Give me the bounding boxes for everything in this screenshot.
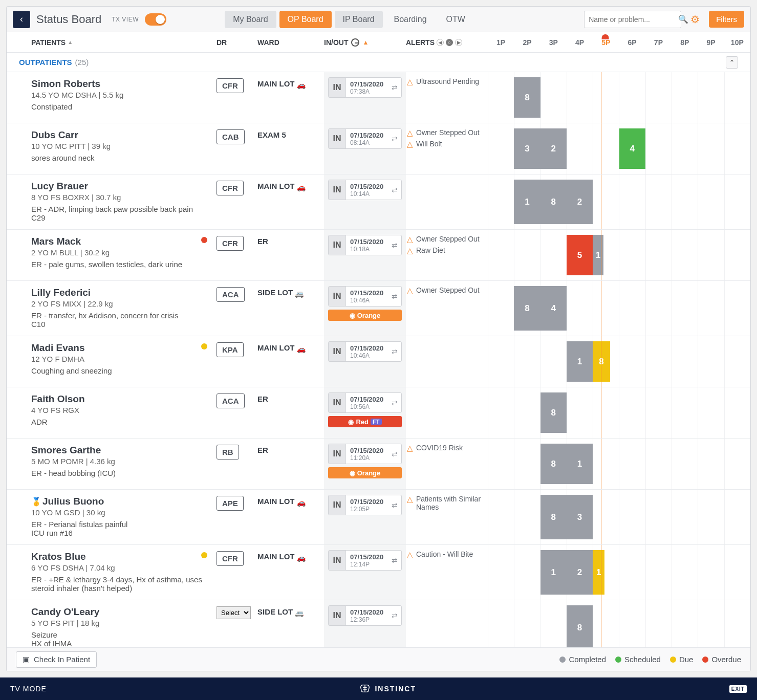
patient-cell[interactable]: Smores Garthe5 MO M POMR | 4.36 kgER - h… <box>7 439 217 489</box>
alert-item[interactable]: △Patients with Similar Names <box>407 495 485 511</box>
ward-cell[interactable]: ER <box>257 387 324 438</box>
timeline-prev-button[interactable]: ◀ <box>437 39 444 46</box>
gear-icon[interactable]: ⚙ <box>690 13 700 26</box>
alert-item[interactable]: △Owner Stepped Out <box>407 235 485 244</box>
timeline-block[interactable]: 8 <box>593 341 610 382</box>
patient-row[interactable]: Smores Garthe5 MO M POMR | 4.36 kgER - h… <box>7 439 750 490</box>
swap-icon[interactable]: ⇄ <box>387 129 401 148</box>
doctor-badge[interactable]: CAB <box>217 129 245 144</box>
inout-box[interactable]: IN07/15/202010:46A⇄ <box>328 341 402 362</box>
search-input[interactable] <box>589 15 678 24</box>
ward-cell[interactable]: ER <box>257 439 324 489</box>
timeline-block[interactable]: 1 <box>593 235 603 275</box>
tab-my-board[interactable]: My Board <box>225 11 276 28</box>
timeline-block[interactable]: 8 <box>540 392 567 433</box>
ward-cell[interactable]: MAIN LOT🚗 <box>257 545 324 600</box>
alert-item[interactable]: △Ultrasound Pending <box>407 77 485 86</box>
patient-row[interactable]: Mars Mack2 YO M BULL | 30.2 kgER - pale … <box>7 230 750 281</box>
doctor-badge[interactable]: ACA <box>217 287 245 302</box>
timeline-block[interactable]: 1 <box>514 180 540 224</box>
triage-badge[interactable]: ◉Orange <box>328 310 402 321</box>
timeline-block[interactable]: 8 <box>540 444 567 484</box>
search-icon[interactable]: 🔍 <box>678 14 688 24</box>
timeline-cell[interactable]: 182 <box>488 174 750 229</box>
timeline-block[interactable]: 2 <box>567 550 593 595</box>
timeline-block[interactable]: 8 <box>540 495 567 539</box>
doctor-badge[interactable]: CFR <box>217 551 244 566</box>
ward-cell[interactable]: ER <box>257 230 324 280</box>
timeline-now-button[interactable]: ○ <box>446 39 453 46</box>
patient-cell[interactable]: Madi Evans12 YO F DMHACoughing and sneez… <box>7 336 217 387</box>
ward-cell[interactable]: MAIN LOT🚗 <box>257 336 324 387</box>
timeline-block[interactable]: 1 <box>540 550 567 595</box>
swap-icon[interactable]: ⇄ <box>387 78 401 97</box>
alerts-col-header[interactable]: ALERTS ◀ ○ ▶ <box>406 38 488 47</box>
timeline-block[interactable]: 8 <box>540 180 567 224</box>
inout-box[interactable]: IN07/15/202012:36P⇄ <box>328 605 402 626</box>
filters-button[interactable]: Filters <box>709 11 744 28</box>
timeline-block[interactable]: 8 <box>514 286 540 331</box>
timeline-cell[interactable]: 121 <box>488 545 750 600</box>
inout-box[interactable]: IN07/15/202008:14A⇄ <box>328 128 402 149</box>
patients-col-header[interactable]: PATIENTS▲ <box>7 38 217 47</box>
inout-box[interactable]: IN07/15/202012:05P⇄ <box>328 495 402 515</box>
ward-cell[interactable]: MAIN LOT🚗 <box>257 174 324 229</box>
doctor-badge[interactable]: CFR <box>217 181 244 195</box>
timeline-block[interactable]: 1 <box>567 341 593 382</box>
swap-icon[interactable]: ⇄ <box>387 444 401 464</box>
inout-box[interactable]: IN07/15/202007:38A⇄ <box>328 77 402 98</box>
patient-row[interactable]: 🥇Julius Buono10 YO M GSD | 30 kgER - Per… <box>7 490 750 545</box>
timeline-cell[interactable]: 324 <box>488 123 750 174</box>
timeline-cell[interactable]: 8 <box>488 600 750 647</box>
ward-cell[interactable]: EXAM 5 <box>257 123 324 174</box>
ward-cell[interactable]: SIDE LOT🚐 <box>257 600 324 647</box>
alert-item[interactable]: △Owner Stepped Out <box>407 286 485 295</box>
ward-cell[interactable]: SIDE LOT🚐 <box>257 281 324 336</box>
swap-icon[interactable]: ⇄ <box>387 342 401 361</box>
doctor-badge[interactable]: RB <box>217 445 239 460</box>
doctor-badge[interactable]: ACA <box>217 393 245 408</box>
inout-box[interactable]: IN07/15/202012:14P⇄ <box>328 550 402 571</box>
ward-cell[interactable]: MAIN LOT🚗 <box>257 72 324 123</box>
search-box[interactable]: 🔍 <box>584 11 681 28</box>
dr-col-header[interactable]: DR <box>217 38 257 47</box>
patient-cell[interactable]: Lilly Federici2 YO FS MIXX | 22.9 kgER -… <box>7 281 217 336</box>
patient-row[interactable]: Madi Evans12 YO F DMHACoughing and sneez… <box>7 336 750 387</box>
patient-cell[interactable]: Simon Roberts14.5 YO MC DSHA | 5.5 kgCon… <box>7 72 217 123</box>
swap-icon[interactable]: ⇄ <box>387 393 401 412</box>
check-in-button[interactable]: ▣ Check In Patient <box>16 651 97 668</box>
patient-row[interactable]: Kratos Blue6 YO FS DSHA | 7.04 kgER - +R… <box>7 545 750 600</box>
back-button[interactable]: ‹ <box>13 11 30 28</box>
doctor-badge[interactable]: CFR <box>217 78 244 93</box>
triage-badge[interactable]: ◉Orange <box>328 467 402 478</box>
tv-mode-label[interactable]: TV MODE <box>10 685 47 693</box>
inout-col-header[interactable]: IN/OUT ▲ <box>324 38 406 47</box>
patient-cell[interactable]: Faith Olson4 YO FS RGXADR <box>7 387 217 438</box>
alert-item[interactable]: △Raw Diet <box>407 246 485 255</box>
timeline-cell[interactable]: 51 <box>488 230 750 280</box>
swap-icon[interactable]: ⇄ <box>387 606 401 625</box>
doctor-select[interactable]: Select <box>217 606 251 619</box>
timeline-block[interactable]: 1 <box>593 550 604 595</box>
timeline-block[interactable]: 4 <box>540 286 567 331</box>
swap-icon[interactable]: ⇄ <box>387 235 401 255</box>
alert-item[interactable]: △Caution - Will Bite <box>407 550 485 559</box>
patient-row[interactable]: Dubs Carr10 YO MC PITT | 39 kgsores arou… <box>7 123 750 174</box>
timeline-block[interactable]: 1 <box>567 444 593 484</box>
patient-row[interactable]: Faith Olson4 YO FS RGXADRACAERIN07/15/20… <box>7 387 750 439</box>
doctor-badge[interactable]: APE <box>217 496 244 511</box>
tab-boarding[interactable]: Boarding <box>386 11 435 28</box>
patient-cell[interactable]: Candy O'Leary5 YO FS PIT | 18 kgSeizureH… <box>7 600 217 647</box>
triage-badge[interactable]: ◉RedFT <box>328 416 402 427</box>
doctor-badge[interactable]: CFR <box>217 236 244 251</box>
patient-row[interactable]: Lilly Federici2 YO FS MIXX | 22.9 kgER -… <box>7 281 750 336</box>
timeline-block[interactable]: 3 <box>567 495 593 539</box>
ward-cell[interactable]: MAIN LOT🚗 <box>257 490 324 544</box>
inout-box[interactable]: IN07/15/202010:18A⇄ <box>328 235 402 255</box>
ward-col-header[interactable]: WARD <box>257 38 324 47</box>
timeline-cell[interactable]: 8 <box>488 387 750 438</box>
timeline-block[interactable]: 4 <box>619 128 645 169</box>
patient-cell[interactable]: Lucy Brauer8 YO FS BOXRX | 30.7 kgER - A… <box>7 174 217 229</box>
inout-box[interactable]: IN07/15/202010:46A⇄ <box>328 286 402 307</box>
tab-ip-board[interactable]: IP Board <box>335 11 383 28</box>
